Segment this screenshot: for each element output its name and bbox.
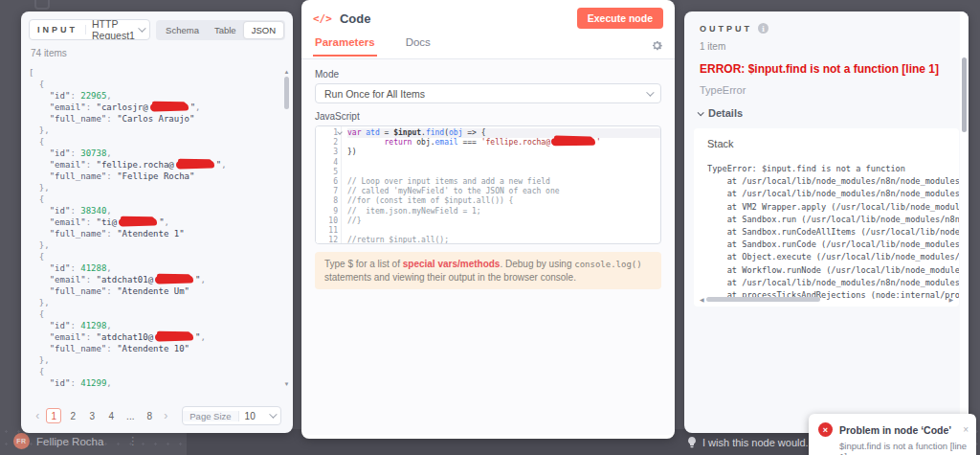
editor-code[interactable]: var atd = $input.find(obj => { return ob… [342, 126, 660, 243]
tab-docs[interactable]: Docs [404, 36, 433, 57]
redaction-mark [119, 217, 157, 226]
input-label: INPUT [30, 25, 86, 34]
json-viewer[interactable]: [ { "id": 22965, "email": "carlosjr@", "… [29, 67, 279, 387]
toast-message: $input.find is not a function [line 1] [839, 441, 969, 455]
page-button-2[interactable]: 2 [65, 408, 80, 423]
input-panel: INPUT HTTP Request1 SchemaTableJSON 74 i… [21, 11, 293, 433]
page-prev-icon[interactable]: ‹ [33, 409, 42, 422]
lightbulb-icon [687, 437, 697, 448]
error-circle-icon: × [818, 422, 833, 437]
redaction-mark [155, 275, 193, 284]
chevron-down-icon [269, 410, 277, 418]
page-button-4[interactable]: 4 [103, 408, 119, 423]
user-menu[interactable]: FR Fellipe Rocha ⋮ [13, 433, 138, 449]
page-size-control[interactable]: Page Size 10 [182, 406, 280, 425]
language-label: JavaScript [315, 111, 661, 122]
mode-select[interactable]: Run Once for All Items [315, 83, 661, 103]
editor-hint: Type $ for a list of special vars/method… [315, 252, 661, 289]
tabs-row: ParametersDocs [301, 34, 675, 59]
input-source-select[interactable]: INPUT HTTP Request1 [29, 19, 150, 40]
scroll-down-icon[interactable]: ▼ [284, 381, 290, 387]
page-buttons: 1234...8 [46, 408, 157, 423]
stack-card: Stack TypeError: $input.find is not a fu… [694, 128, 959, 307]
toast-title: Problem in node ‘Code’ [839, 424, 956, 436]
scroll-thumb[interactable] [962, 57, 967, 132]
error-type: TypeError [684, 76, 969, 96]
stack-trace: TypeError: $input.find is not a function… [707, 163, 959, 302]
avatar: FR [13, 433, 30, 449]
output-items-count: 1 item [684, 34, 969, 52]
code-editor[interactable]: 123456789101112 var atd = $input.find(ob… [315, 125, 661, 244]
stack-hscrollbar[interactable]: ◀ ▶ [700, 296, 953, 303]
mode-label: Mode [315, 69, 661, 80]
page-size-label: Page Size [183, 411, 238, 421]
node-title: Code [340, 11, 371, 26]
background-node [34, 0, 50, 10]
user-name: Fellipe Rocha [36, 436, 103, 447]
code-header: </> Code Execute node [301, 0, 675, 34]
page-button-8[interactable]: 8 [142, 408, 157, 423]
details-label: Details [708, 107, 743, 119]
stack-label: Stack [707, 138, 959, 149]
redaction-mark [551, 138, 595, 147]
input-header: INPUT HTTP Request1 SchemaTableJSON [21, 11, 293, 44]
parameters-body: Mode Run Once for All Items JavaScript 1… [301, 59, 675, 435]
input-items-count: 74 items [21, 44, 293, 60]
output-header: OUTPUT i [684, 11, 969, 34]
output-label: OUTPUT [700, 24, 752, 34]
output-panel: OUTPUT i 1 item ERROR: $input.find is no… [684, 11, 969, 433]
special-vars-link[interactable]: special vars/methods [403, 259, 501, 269]
code-node-panel: </> Code Execute node ParametersDocs Mod… [301, 0, 675, 439]
chevron-down-icon [698, 109, 704, 116]
redaction-mark [150, 102, 189, 111]
page-button-1[interactable]: 1 [46, 408, 61, 423]
info-icon[interactable]: i [758, 23, 768, 34]
scroll-right-icon[interactable]: ▶ [948, 296, 953, 303]
kebab-menu-icon[interactable]: ⋮ [127, 435, 138, 447]
close-icon[interactable]: × [963, 424, 969, 435]
redaction-mark [176, 160, 214, 169]
error-title: ERROR: $input.find is not a function [li… [684, 52, 969, 76]
page-size-value: 10 [245, 411, 256, 421]
page-ellipsis: ... [122, 408, 138, 423]
input-source-value: HTTP Request1 [92, 19, 138, 40]
editor-gutter: 123456789101112 [316, 126, 342, 243]
scroll-left-icon[interactable]: ◀ [700, 296, 704, 303]
code-node-icon: </> [313, 12, 332, 25]
error-toast[interactable]: × Problem in node ‘Code’ × $input.find i… [809, 414, 976, 455]
input-scrollbar[interactable]: ▲ ▼ [283, 69, 290, 387]
view-tab-schema[interactable]: Schema [158, 22, 207, 38]
scroll-thumb[interactable] [706, 297, 820, 302]
settings-gear-icon[interactable] [651, 38, 663, 56]
chevron-down-icon [646, 88, 654, 96]
details-toggle[interactable]: Details [684, 96, 969, 119]
mode-value: Run Once for All Items [324, 88, 425, 100]
redaction-mark [155, 332, 193, 341]
scroll-thumb[interactable] [284, 77, 289, 109]
wish-text: I wish this node would... [702, 437, 814, 448]
page-next-icon[interactable]: › [161, 409, 170, 422]
pagination: ‹ 1234...8 › Page Size 10 [21, 406, 293, 425]
page-button-3[interactable]: 3 [84, 408, 100, 423]
view-tab-json[interactable]: JSON [244, 22, 283, 38]
tab-parameters[interactable]: Parameters [313, 36, 377, 57]
output-scrollbar[interactable] [960, 11, 969, 433]
execute-node-button[interactable]: Execute node [577, 8, 663, 29]
view-toggle[interactable]: SchemaTableJSON [156, 20, 285, 40]
scroll-up-icon[interactable]: ▲ [284, 69, 290, 75]
view-tab-table[interactable]: Table [207, 22, 244, 38]
chevron-down-icon [138, 24, 145, 32]
